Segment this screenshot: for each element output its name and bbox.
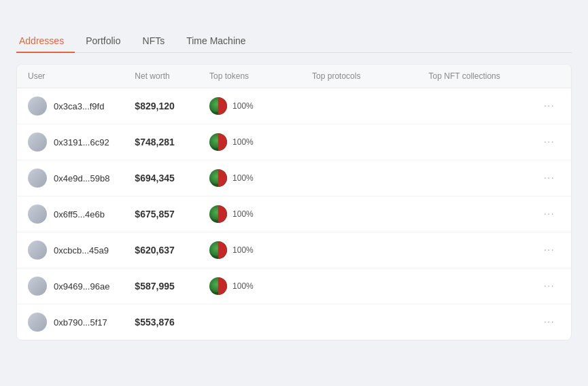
col-header-nft: Top NFT collections xyxy=(418,65,528,88)
top-nft-cell-1 xyxy=(418,124,528,160)
token-icon xyxy=(209,133,227,151)
token-icon xyxy=(209,277,227,295)
net-worth-value: $553,876 xyxy=(135,317,174,328)
token-percentage: 100% xyxy=(232,281,254,291)
top-tokens-cell-6 xyxy=(198,304,301,340)
user-address: 0xb790...5f17 xyxy=(54,317,107,328)
token-percentage: 100% xyxy=(232,173,254,183)
actions-cell-4[interactable]: ··· xyxy=(528,232,571,268)
user-address: 0x9469...96ae xyxy=(54,281,109,292)
user-cell-2[interactable]: 0x4e9d...59b8 xyxy=(17,160,124,196)
table-row: 0x3191...6c92 $748,281 100% ··· xyxy=(17,124,571,160)
avatar xyxy=(28,277,47,296)
user-address: 0x6ff5...4e6b xyxy=(54,209,105,220)
top-tokens-cell-2: 100% xyxy=(198,160,301,196)
addresses-table-container: User Net worth Top tokens Top protocols … xyxy=(16,64,572,340)
user-cell-6[interactable]: 0xb790...5f17 xyxy=(17,304,124,340)
net-worth-cell-5: $587,995 xyxy=(124,268,198,304)
actions-cell-2[interactable]: ··· xyxy=(528,160,571,196)
top-protocols-cell-1 xyxy=(301,124,418,160)
header-left xyxy=(16,14,22,19)
table-row: 0xcbcb...45a9 $620,637 100% ··· xyxy=(17,232,571,268)
table-row: 0x4e9d...59b8 $694,345 100% ··· xyxy=(17,160,571,196)
top-tokens-cell-3: 100% xyxy=(198,196,301,232)
user-cell-1[interactable]: 0x3191...6c92 xyxy=(17,124,124,160)
col-header-tokens: Top tokens xyxy=(198,65,301,88)
actions-cell-0[interactable]: ··· xyxy=(528,88,571,124)
net-worth-cell-4: $620,637 xyxy=(124,232,198,268)
col-header-user: User xyxy=(17,65,124,88)
table-row: 0x9469...96ae $587,995 100% ··· xyxy=(17,268,571,304)
actions-cell-1[interactable]: ··· xyxy=(528,124,571,160)
col-header-actions xyxy=(528,65,571,88)
tab-time-machine[interactable]: Time Machine xyxy=(175,30,256,53)
tab-nfts[interactable]: NFTs xyxy=(132,30,176,53)
user-address: 0x3ca3...f9fd xyxy=(54,101,104,111)
table-row: 0x6ff5...4e6b $675,857 100% ··· xyxy=(17,196,571,232)
top-protocols-cell-5 xyxy=(301,268,418,304)
net-worth-value: $829,120 xyxy=(135,101,174,111)
addresses-table: User Net worth Top tokens Top protocols … xyxy=(17,65,571,340)
col-header-networth: Net worth xyxy=(124,65,198,88)
user-address: 0xcbcb...45a9 xyxy=(54,245,109,256)
top-tokens-cell-5: 100% xyxy=(198,268,301,304)
tabs-bar: Addresses Portfolio NFTs Time Machine xyxy=(16,30,572,53)
actions-cell-5[interactable]: ··· xyxy=(528,268,571,304)
actions-cell-3[interactable]: ··· xyxy=(528,196,571,232)
avatar xyxy=(28,241,47,260)
avatar xyxy=(28,96,47,116)
table-header-row: User Net worth Top tokens Top protocols … xyxy=(17,65,571,88)
avatar xyxy=(28,205,47,224)
table-row: 0x3ca3...f9fd $829,120 100% ··· xyxy=(17,88,571,124)
table-row: 0xb790...5f17 $553,876··· xyxy=(17,304,571,340)
top-nft-cell-5 xyxy=(418,268,528,304)
top-nft-cell-3 xyxy=(418,196,528,232)
more-button[interactable]: ··· xyxy=(538,205,560,223)
token-icon xyxy=(209,97,227,115)
tab-portfolio[interactable]: Portfolio xyxy=(75,30,131,53)
token-percentage: 100% xyxy=(232,209,254,219)
token-percentage: 100% xyxy=(232,101,254,111)
more-button[interactable]: ··· xyxy=(538,97,560,115)
more-button[interactable]: ··· xyxy=(538,133,560,151)
top-protocols-cell-2 xyxy=(301,160,418,196)
net-worth-value: $675,857 xyxy=(135,209,174,220)
net-worth-value: $694,345 xyxy=(135,173,174,183)
more-button[interactable]: ··· xyxy=(538,241,560,259)
user-address: 0x3191...6c92 xyxy=(54,137,109,147)
top-tokens-cell-0: 100% xyxy=(198,88,301,124)
token-icon xyxy=(209,205,227,223)
net-worth-cell-0: $829,120 xyxy=(124,88,198,124)
top-nft-cell-6 xyxy=(418,304,528,340)
net-worth-value: $587,995 xyxy=(135,281,174,292)
top-tokens-cell-4: 100% xyxy=(198,232,301,268)
net-worth-value: $748,281 xyxy=(135,137,174,147)
user-cell-3[interactable]: 0x6ff5...4e6b xyxy=(17,196,124,232)
page-wrapper: Addresses Portfolio NFTs Time Machine Us… xyxy=(0,0,588,354)
more-button[interactable]: ··· xyxy=(538,277,560,295)
avatar xyxy=(28,313,47,332)
header xyxy=(16,14,572,19)
more-button[interactable]: ··· xyxy=(538,169,560,187)
user-cell-4[interactable]: 0xcbcb...45a9 xyxy=(17,232,124,268)
user-cell-0[interactable]: 0x3ca3...f9fd xyxy=(17,88,124,124)
user-address: 0x4e9d...59b8 xyxy=(54,173,109,183)
top-nft-cell-0 xyxy=(418,88,528,124)
actions-cell-6[interactable]: ··· xyxy=(528,304,571,340)
token-percentage: 100% xyxy=(232,245,254,255)
avatar xyxy=(28,169,47,188)
top-protocols-cell-4 xyxy=(301,232,418,268)
tab-addresses[interactable]: Addresses xyxy=(16,30,75,53)
token-icon xyxy=(209,169,227,187)
top-nft-cell-4 xyxy=(418,232,528,268)
net-worth-cell-3: $675,857 xyxy=(124,196,198,232)
avatar xyxy=(28,133,47,152)
user-cell-5[interactable]: 0x9469...96ae xyxy=(17,268,124,304)
col-header-protocols: Top protocols xyxy=(301,65,418,88)
top-protocols-cell-6 xyxy=(301,304,418,340)
net-worth-cell-2: $694,345 xyxy=(124,160,198,196)
token-icon xyxy=(209,241,227,259)
token-percentage: 100% xyxy=(232,137,254,147)
more-button[interactable]: ··· xyxy=(538,313,560,331)
net-worth-cell-1: $748,281 xyxy=(124,124,198,160)
